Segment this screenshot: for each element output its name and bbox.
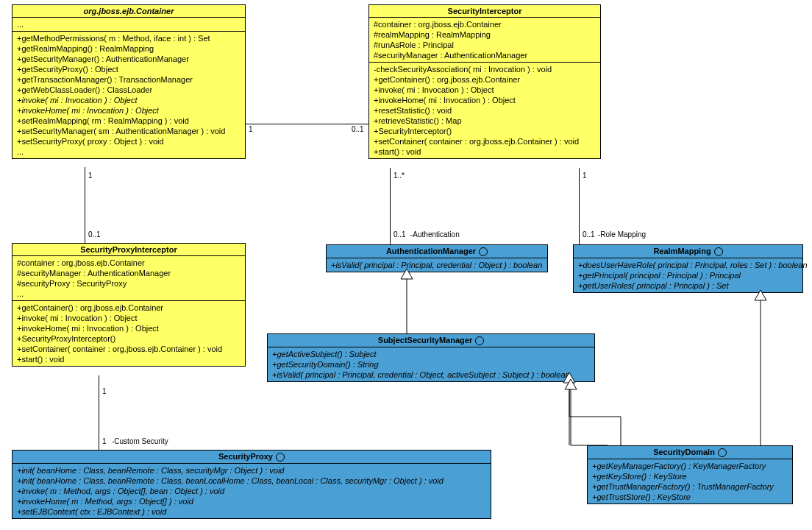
inherit-arrow bbox=[563, 379, 637, 449]
ops: +getMethodPermissions( m : Method, iface… bbox=[13, 32, 245, 158]
mult-label: 0..1 bbox=[352, 125, 364, 133]
attrs: #container : org.jboss.ejb.Container#rea… bbox=[369, 18, 600, 63]
assoc-line bbox=[390, 168, 391, 244]
class-security-domain: SecurityDomain +getKeyManagerFactory() :… bbox=[587, 445, 793, 504]
interface-icon bbox=[276, 453, 285, 462]
interface-icon bbox=[479, 247, 488, 256]
mult-label: 0..1 bbox=[88, 230, 101, 239]
class-title: SecurityProxyInterceptor bbox=[13, 244, 245, 256]
class-container: org.jboss.ejb.Container ... +getMethodPe… bbox=[12, 4, 246, 159]
class-title: SecurityProxy bbox=[13, 451, 491, 464]
ops: +isValid( principal : Principal, credent… bbox=[327, 258, 547, 272]
assoc-line bbox=[99, 375, 99, 450]
class-title: SubjectSecurityManager bbox=[268, 334, 594, 347]
class-security-proxy: SecurityProxy +init( beanHome : Class, b… bbox=[12, 450, 491, 519]
mult-label: 1 bbox=[102, 387, 107, 395]
class-title: AuthenticationManager bbox=[327, 245, 547, 258]
ops: +getKeyManagerFactory() : KeyManagerFact… bbox=[588, 459, 792, 504]
svg-marker-7 bbox=[565, 379, 577, 389]
class-security-interceptor: SecurityInterceptor #container : org.jbo… bbox=[368, 4, 601, 159]
interface-icon bbox=[475, 336, 484, 345]
mult-label: 1 bbox=[88, 172, 93, 180]
class-security-proxy-interceptor: SecurityProxyInterceptor #container : or… bbox=[12, 243, 246, 367]
inherit-arrow bbox=[399, 269, 414, 335]
class-title: org.jboss.ejb.Container bbox=[13, 5, 245, 18]
inherit-arrow bbox=[753, 290, 768, 446]
svg-marker-1 bbox=[401, 269, 413, 279]
mult-label: 0..1 bbox=[393, 230, 406, 239]
mult-label: 1 bbox=[583, 172, 587, 180]
assoc-line bbox=[245, 124, 368, 124]
ops: +getActiveSubject() : Subject+getSecurit… bbox=[268, 347, 594, 381]
ops: +doesUserHaveRole( principal : Principal… bbox=[574, 258, 802, 292]
mult-label: 1 bbox=[249, 125, 253, 133]
mult-label: 0..1 bbox=[583, 230, 595, 239]
ops: +init( beanHome : Class, beanRemote : Cl… bbox=[13, 464, 491, 518]
attrs: ... bbox=[13, 18, 245, 32]
class-authentication-manager: AuthenticationManager +isValid( principa… bbox=[326, 244, 548, 272]
attrs: #container : org.jboss.ejb.Container#sec… bbox=[13, 256, 245, 301]
role-label: -Role Mapping bbox=[598, 230, 646, 239]
ops: +getContainer() : org.jboss.ejb.Containe… bbox=[13, 301, 245, 366]
class-realm-mapping: RealmMapping +doesUserHaveRole( principa… bbox=[573, 244, 803, 293]
svg-marker-6 bbox=[755, 290, 766, 300]
ops: -checkSecurityAssociation( mi : Invocati… bbox=[369, 63, 600, 158]
class-title: RealmMapping bbox=[574, 245, 802, 258]
assoc-line bbox=[579, 168, 580, 244]
mult-label: 1..* bbox=[393, 172, 405, 180]
class-subject-security-manager: SubjectSecurityManager +getActiveSubject… bbox=[267, 333, 595, 382]
mult-label: 1 bbox=[102, 437, 107, 445]
class-title: SecurityInterceptor bbox=[369, 5, 600, 18]
assoc-line bbox=[85, 167, 85, 243]
role-label: -Authentication bbox=[410, 230, 460, 239]
interface-icon bbox=[714, 247, 723, 256]
role-label: -Custom Security bbox=[112, 437, 168, 445]
